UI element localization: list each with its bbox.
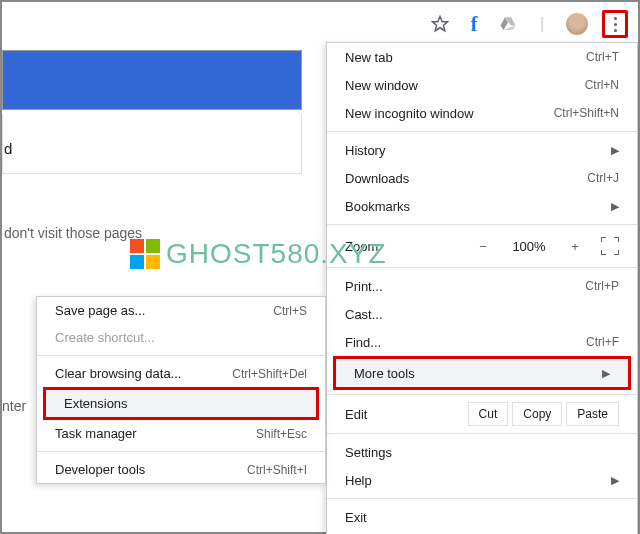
menu-help[interactable]: Help▶ <box>327 466 637 494</box>
star-icon[interactable] <box>430 14 450 34</box>
shortcut-text: Ctrl+T <box>586 50 619 64</box>
edit-label: Edit <box>345 407 464 422</box>
chevron-right-icon: ▶ <box>611 200 619 213</box>
chevron-right-icon: ▶ <box>611 474 619 487</box>
submenu-dev-tools[interactable]: Developer toolsCtrl+Shift+I <box>37 456 325 483</box>
menu-label: New incognito window <box>345 106 474 121</box>
menu-label: Settings <box>345 445 392 460</box>
drive-icon[interactable] <box>498 14 518 34</box>
menu-label: Task manager <box>55 426 137 441</box>
chevron-right-icon: ▶ <box>602 367 610 380</box>
menu-more-tools[interactable]: More tools▶ <box>336 359 628 387</box>
menu-cast[interactable]: Cast... <box>327 300 637 328</box>
shortcut-text: Ctrl+J <box>587 171 619 185</box>
menu-separator <box>327 394 637 395</box>
submenu-extensions[interactable]: Extensions <box>46 390 316 417</box>
submenu-task-manager[interactable]: Task managerShift+Esc <box>37 420 325 447</box>
paste-button[interactable]: Paste <box>566 402 619 426</box>
more-tools-highlight: More tools▶ <box>333 356 631 390</box>
menu-new-tab[interactable]: New tabCtrl+T <box>327 43 637 71</box>
page-header-blue <box>2 50 302 110</box>
menu-label: More tools <box>354 366 415 381</box>
menu-label: Extensions <box>64 396 128 411</box>
fullscreen-icon[interactable] <box>601 237 619 255</box>
menu-label: History <box>345 143 385 158</box>
menu-label: Create shortcut... <box>55 330 155 345</box>
menu-new-incognito[interactable]: New incognito windowCtrl+Shift+N <box>327 99 637 127</box>
menu-label: Bookmarks <box>345 199 410 214</box>
menu-label: Help <box>345 473 372 488</box>
menu-label: Exit <box>345 510 367 525</box>
submenu-save-page[interactable]: Save page as...Ctrl+S <box>37 297 325 324</box>
chrome-menu-button-highlight <box>602 10 628 38</box>
chevron-right-icon: ▶ <box>611 144 619 157</box>
menu-history[interactable]: History▶ <box>327 136 637 164</box>
facebook-icon[interactable]: f <box>464 14 484 34</box>
page-header-strip <box>2 114 302 174</box>
partial-text-enter: nter <box>2 398 26 414</box>
menu-new-window[interactable]: New windowCtrl+N <box>327 71 637 99</box>
menu-separator <box>37 355 325 356</box>
shortcut-text: Ctrl+Shift+I <box>247 463 307 477</box>
shortcut-text: Ctrl+F <box>586 335 619 349</box>
chrome-menu-button[interactable] <box>608 15 622 33</box>
menu-label: New window <box>345 78 418 93</box>
menu-separator <box>327 131 637 132</box>
zoom-out-button[interactable]: − <box>473 239 493 254</box>
shortcut-text: Ctrl+P <box>585 279 619 293</box>
zoom-value: 100% <box>509 239 549 254</box>
menu-downloads[interactable]: DownloadsCtrl+J <box>327 164 637 192</box>
extensions-highlight: Extensions <box>43 387 319 420</box>
menu-label: Find... <box>345 335 381 350</box>
menu-settings[interactable]: Settings <box>327 438 637 466</box>
browser-toolbar: f | <box>0 8 632 40</box>
menu-label: Developer tools <box>55 462 145 477</box>
menu-separator <box>327 433 637 434</box>
menu-label: Clear browsing data... <box>55 366 181 381</box>
menu-separator <box>327 224 637 225</box>
menu-label: New tab <box>345 50 393 65</box>
profile-avatar[interactable] <box>566 13 588 35</box>
shortcut-text: Ctrl+Shift+N <box>554 106 619 120</box>
shortcut-text: Ctrl+Shift+Del <box>232 367 307 381</box>
menu-separator <box>327 267 637 268</box>
more-tools-submenu: Save page as...Ctrl+S Create shortcut...… <box>36 296 326 484</box>
chrome-main-menu: New tabCtrl+T New windowCtrl+N New incog… <box>326 42 638 534</box>
shortcut-text: Shift+Esc <box>256 427 307 441</box>
partial-text-d: d <box>4 140 12 157</box>
menu-print[interactable]: Print...Ctrl+P <box>327 272 637 300</box>
shortcut-text: Ctrl+N <box>585 78 619 92</box>
menu-label: Save page as... <box>55 303 145 318</box>
menu-label: Cast... <box>345 307 383 322</box>
menu-label: Downloads <box>345 171 409 186</box>
submenu-create-shortcut: Create shortcut... <box>37 324 325 351</box>
zoom-label: Zoom <box>345 239 457 254</box>
menu-label: Print... <box>345 279 383 294</box>
submenu-clear-browsing[interactable]: Clear browsing data...Ctrl+Shift+Del <box>37 360 325 387</box>
menu-separator <box>37 451 325 452</box>
zoom-in-button[interactable]: + <box>565 239 585 254</box>
menu-find[interactable]: Find...Ctrl+F <box>327 328 637 356</box>
cut-button[interactable]: Cut <box>468 402 509 426</box>
menu-bookmarks[interactable]: Bookmarks▶ <box>327 192 637 220</box>
separator: | <box>532 14 552 34</box>
menu-zoom-row: Zoom − 100% + <box>327 229 637 263</box>
copy-button[interactable]: Copy <box>512 402 562 426</box>
partial-text-fragment: don't visit those pages <box>4 225 142 241</box>
svg-marker-0 <box>433 17 448 31</box>
shortcut-text: Ctrl+S <box>273 304 307 318</box>
menu-exit[interactable]: Exit <box>327 503 637 531</box>
menu-separator <box>327 498 637 499</box>
menu-edit-row: Edit Cut Copy Paste <box>327 399 637 429</box>
